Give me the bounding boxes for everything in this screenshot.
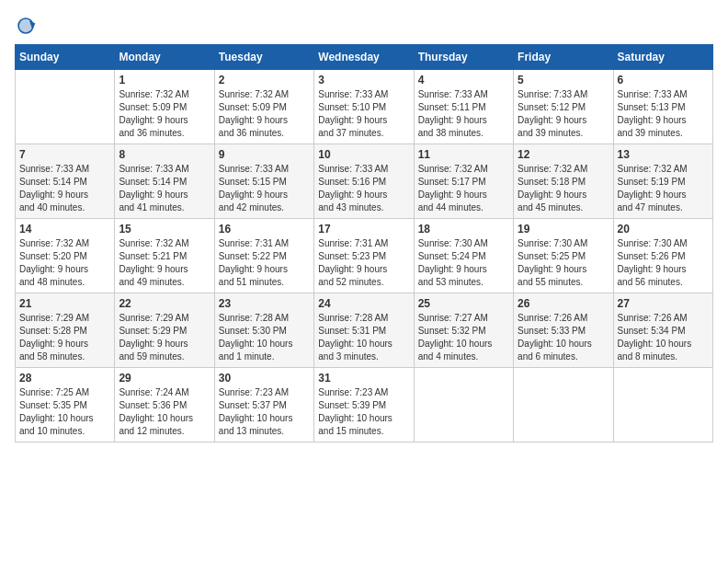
calendar-table: SundayMondayTuesdayWednesdayThursdayFrid… <box>15 44 713 442</box>
day-number: 2 <box>219 74 310 86</box>
day-info: Sunrise: 7:27 AM Sunset: 5:32 PM Dayligh… <box>418 312 509 363</box>
day-cell: 22Sunrise: 7:29 AM Sunset: 5:29 PM Dayli… <box>115 293 214 368</box>
day-number: 14 <box>19 223 110 236</box>
week-row-1: 1Sunrise: 7:32 AM Sunset: 5:09 PM Daylig… <box>16 70 713 144</box>
page-header <box>15 15 713 37</box>
header-cell-wednesday: Wednesday <box>314 45 414 70</box>
day-cell: 13Sunrise: 7:32 AM Sunset: 5:19 PM Dayli… <box>613 144 712 219</box>
day-cell: 15Sunrise: 7:32 AM Sunset: 5:21 PM Dayli… <box>115 219 214 293</box>
day-info: Sunrise: 7:32 AM Sunset: 5:17 PM Dayligh… <box>418 163 509 214</box>
day-info: Sunrise: 7:26 AM Sunset: 5:34 PM Dayligh… <box>618 312 709 363</box>
day-number: 26 <box>518 297 609 310</box>
day-info: Sunrise: 7:32 AM Sunset: 5:09 PM Dayligh… <box>119 88 210 140</box>
day-cell: 31Sunrise: 7:23 AM Sunset: 5:39 PM Dayli… <box>314 368 414 442</box>
day-info: Sunrise: 7:32 AM Sunset: 5:21 PM Dayligh… <box>119 237 210 289</box>
week-row-4: 21Sunrise: 7:29 AM Sunset: 5:28 PM Dayli… <box>16 293 713 368</box>
day-cell: 28Sunrise: 7:25 AM Sunset: 5:35 PM Dayli… <box>16 368 115 442</box>
week-row-3: 14Sunrise: 7:32 AM Sunset: 5:20 PM Dayli… <box>16 219 713 293</box>
logo-icon <box>15 15 37 37</box>
day-info: Sunrise: 7:31 AM Sunset: 5:23 PM Dayligh… <box>318 237 409 289</box>
day-cell: 5Sunrise: 7:33 AM Sunset: 5:12 PM Daylig… <box>514 70 613 144</box>
header-cell-monday: Monday <box>115 45 214 70</box>
logo <box>15 15 40 37</box>
day-cell: 11Sunrise: 7:32 AM Sunset: 5:17 PM Dayli… <box>414 144 513 219</box>
day-number: 17 <box>318 223 409 236</box>
day-cell: 3Sunrise: 7:33 AM Sunset: 5:10 PM Daylig… <box>314 70 414 144</box>
day-number: 29 <box>119 372 210 385</box>
day-cell: 16Sunrise: 7:31 AM Sunset: 5:22 PM Dayli… <box>214 219 313 293</box>
week-row-5: 28Sunrise: 7:25 AM Sunset: 5:35 PM Dayli… <box>16 368 713 442</box>
day-cell <box>514 368 613 442</box>
day-info: Sunrise: 7:33 AM Sunset: 5:13 PM Dayligh… <box>618 88 709 140</box>
day-info: Sunrise: 7:33 AM Sunset: 5:10 PM Dayligh… <box>318 88 409 140</box>
day-cell: 6Sunrise: 7:33 AM Sunset: 5:13 PM Daylig… <box>613 70 712 144</box>
day-cell: 10Sunrise: 7:33 AM Sunset: 5:16 PM Dayli… <box>314 144 414 219</box>
day-number: 30 <box>219 372 310 385</box>
day-number: 31 <box>318 372 409 385</box>
day-number: 19 <box>518 223 609 236</box>
day-cell <box>414 368 513 442</box>
day-info: Sunrise: 7:33 AM Sunset: 5:11 PM Dayligh… <box>418 88 509 140</box>
day-cell: 24Sunrise: 7:28 AM Sunset: 5:31 PM Dayli… <box>314 293 414 368</box>
day-number: 13 <box>618 148 709 161</box>
day-number: 3 <box>318 74 409 86</box>
day-info: Sunrise: 7:30 AM Sunset: 5:24 PM Dayligh… <box>418 237 509 289</box>
day-info: Sunrise: 7:32 AM Sunset: 5:19 PM Dayligh… <box>618 163 709 214</box>
day-info: Sunrise: 7:33 AM Sunset: 5:15 PM Dayligh… <box>219 163 310 214</box>
day-cell: 20Sunrise: 7:30 AM Sunset: 5:26 PM Dayli… <box>613 219 712 293</box>
day-number: 27 <box>618 297 709 310</box>
day-number: 20 <box>618 223 709 236</box>
day-number: 21 <box>19 297 110 310</box>
calendar-header: SundayMondayTuesdayWednesdayThursdayFrid… <box>16 45 713 70</box>
day-cell: 17Sunrise: 7:31 AM Sunset: 5:23 PM Dayli… <box>314 219 414 293</box>
header-row: SundayMondayTuesdayWednesdayThursdayFrid… <box>16 45 713 70</box>
day-cell: 29Sunrise: 7:24 AM Sunset: 5:36 PM Dayli… <box>115 368 214 442</box>
day-info: Sunrise: 7:32 AM Sunset: 5:09 PM Dayligh… <box>219 88 310 140</box>
day-info: Sunrise: 7:33 AM Sunset: 5:14 PM Dayligh… <box>19 163 110 214</box>
day-cell <box>16 70 115 144</box>
day-info: Sunrise: 7:29 AM Sunset: 5:28 PM Dayligh… <box>19 312 110 363</box>
day-info: Sunrise: 7:28 AM Sunset: 5:30 PM Dayligh… <box>219 312 310 363</box>
day-number: 23 <box>219 297 310 310</box>
day-info: Sunrise: 7:23 AM Sunset: 5:39 PM Dayligh… <box>318 386 409 438</box>
day-cell: 1Sunrise: 7:32 AM Sunset: 5:09 PM Daylig… <box>115 70 214 144</box>
header-cell-tuesday: Tuesday <box>214 45 313 70</box>
day-number: 1 <box>119 74 210 86</box>
day-cell <box>613 368 712 442</box>
day-cell: 4Sunrise: 7:33 AM Sunset: 5:11 PM Daylig… <box>414 70 513 144</box>
day-info: Sunrise: 7:28 AM Sunset: 5:31 PM Dayligh… <box>318 312 409 363</box>
day-number: 11 <box>418 148 509 161</box>
day-cell: 12Sunrise: 7:32 AM Sunset: 5:18 PM Dayli… <box>514 144 613 219</box>
day-cell: 25Sunrise: 7:27 AM Sunset: 5:32 PM Dayli… <box>414 293 513 368</box>
day-info: Sunrise: 7:25 AM Sunset: 5:35 PM Dayligh… <box>19 386 110 438</box>
day-cell: 2Sunrise: 7:32 AM Sunset: 5:09 PM Daylig… <box>214 70 313 144</box>
day-info: Sunrise: 7:23 AM Sunset: 5:37 PM Dayligh… <box>219 386 310 438</box>
day-cell: 8Sunrise: 7:33 AM Sunset: 5:14 PM Daylig… <box>115 144 214 219</box>
header-cell-sunday: Sunday <box>16 45 115 70</box>
day-number: 7 <box>19 148 110 161</box>
day-info: Sunrise: 7:32 AM Sunset: 5:18 PM Dayligh… <box>518 163 609 214</box>
day-number: 9 <box>219 148 310 161</box>
day-number: 6 <box>618 74 709 86</box>
header-cell-thursday: Thursday <box>414 45 513 70</box>
day-number: 24 <box>318 297 409 310</box>
day-number: 22 <box>119 297 210 310</box>
day-number: 15 <box>119 223 210 236</box>
day-number: 8 <box>119 148 210 161</box>
day-info: Sunrise: 7:29 AM Sunset: 5:29 PM Dayligh… <box>119 312 210 363</box>
day-number: 28 <box>19 372 110 385</box>
day-cell: 7Sunrise: 7:33 AM Sunset: 5:14 PM Daylig… <box>16 144 115 219</box>
day-info: Sunrise: 7:31 AM Sunset: 5:22 PM Dayligh… <box>219 237 310 289</box>
header-cell-saturday: Saturday <box>613 45 712 70</box>
day-number: 16 <box>219 223 310 236</box>
calendar-body: 1Sunrise: 7:32 AM Sunset: 5:09 PM Daylig… <box>16 70 713 442</box>
day-number: 5 <box>518 74 609 86</box>
header-cell-friday: Friday <box>514 45 613 70</box>
day-cell: 26Sunrise: 7:26 AM Sunset: 5:33 PM Dayli… <box>514 293 613 368</box>
day-number: 4 <box>418 74 509 86</box>
day-number: 10 <box>318 148 409 161</box>
day-cell: 23Sunrise: 7:28 AM Sunset: 5:30 PM Dayli… <box>214 293 313 368</box>
day-info: Sunrise: 7:33 AM Sunset: 5:12 PM Dayligh… <box>518 88 609 140</box>
day-number: 18 <box>418 223 509 236</box>
day-cell: 18Sunrise: 7:30 AM Sunset: 5:24 PM Dayli… <box>414 219 513 293</box>
